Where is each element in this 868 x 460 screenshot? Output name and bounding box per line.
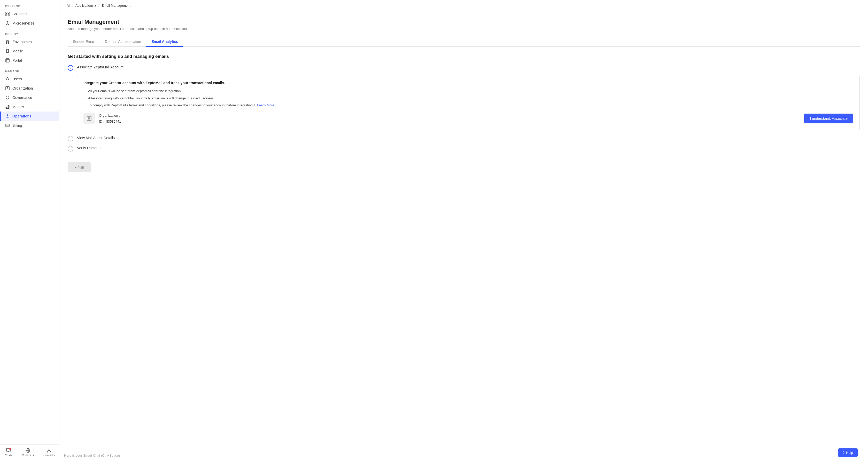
sidebar-item-label-solutions: Solutions bbox=[12, 12, 27, 16]
page-content-area: Email Management Add and manage your sen… bbox=[59, 11, 868, 460]
shield-icon bbox=[5, 95, 10, 100]
svg-rect-3 bbox=[8, 14, 9, 16]
org-row: Organization : ID : 83535441 I understan… bbox=[84, 112, 853, 125]
sidebar-item-label-organization: Organization bbox=[12, 86, 33, 90]
help-label: Help bbox=[846, 451, 853, 455]
org-building-icon bbox=[84, 113, 95, 124]
sidebar-section-label-deploy: DEPLOY bbox=[0, 28, 59, 37]
svg-point-9 bbox=[7, 77, 8, 79]
sidebar-item-governance[interactable]: Governance bbox=[0, 93, 59, 102]
sidebar-item-metrics[interactable]: Metrics bbox=[0, 102, 59, 111]
chevron-down-icon: ▾ bbox=[95, 4, 96, 7]
sidebar-item-label-microservices: Microservices bbox=[12, 21, 35, 25]
bottom-bar-chats-label: Chats bbox=[5, 454, 12, 457]
svg-point-5 bbox=[7, 23, 8, 24]
sidebar-section-label-develop: DEVELOP bbox=[0, 0, 59, 9]
svg-point-17 bbox=[48, 449, 50, 451]
sidebar-item-solutions[interactable]: Solutions bbox=[0, 9, 59, 19]
breadcrumb: All / Applications ▾ / Email Management bbox=[59, 0, 868, 11]
org-colon: : bbox=[119, 113, 120, 118]
sidebar-item-label-environments: Environments bbox=[12, 40, 35, 44]
step-mail-agent: View Mail Agent Details bbox=[68, 135, 860, 141]
step-label-mail-agent: View Mail Agent Details bbox=[77, 135, 115, 140]
step-label-associate: Associate ZeptoMail Account bbox=[77, 65, 123, 69]
sidebar-item-label-operations: Operations bbox=[12, 114, 32, 118]
user-icon bbox=[5, 77, 10, 81]
layers-icon bbox=[5, 39, 10, 44]
page-title: Email Management bbox=[68, 19, 860, 25]
sidebar-section-manage: MANAGE Users Organization bbox=[0, 65, 59, 130]
breadcrumb-all[interactable]: All bbox=[67, 4, 70, 7]
breadcrumb-sep-2: / bbox=[98, 4, 99, 7]
bottom-bar-chats[interactable]: Chats bbox=[2, 447, 15, 458]
step-associate: ✓ Associate ZeptoMail Account bbox=[68, 65, 860, 71]
breadcrumb-sep-1: / bbox=[72, 4, 73, 7]
main-content: All / Applications ▾ / Email Management … bbox=[59, 0, 868, 460]
sidebar-item-operations[interactable]: Operations bbox=[0, 111, 59, 121]
id-label: ID bbox=[99, 120, 102, 123]
svg-rect-2 bbox=[6, 14, 7, 16]
svg-rect-15 bbox=[6, 124, 9, 127]
bullet-2: After integrating with ZeptoMail, your d… bbox=[84, 96, 853, 101]
sidebar-item-portal[interactable]: Portal bbox=[0, 56, 59, 65]
portal-icon bbox=[5, 58, 10, 63]
smart-chat-bar[interactable]: Here is your Smart Chat (Ctrl+Space) bbox=[59, 451, 868, 460]
sidebar-section-develop: DEVELOP Solutions Microservices bbox=[0, 0, 59, 28]
sidebar-item-mobile[interactable]: Mobile bbox=[0, 46, 59, 56]
bottom-bar: Chats Channels Contacts bbox=[0, 444, 59, 460]
org-info: Organization : ID : 83535441 bbox=[84, 112, 121, 125]
tab-email-analytics[interactable]: Email Analytics bbox=[146, 37, 183, 47]
associate-button[interactable]: I understand, Associate bbox=[804, 113, 853, 123]
help-icon: ? bbox=[843, 451, 844, 455]
org-id-row: ID : 83535441 bbox=[99, 119, 121, 124]
tab-domain-authentication[interactable]: Domain Authentication bbox=[100, 37, 146, 47]
help-button[interactable]: ? Help bbox=[838, 449, 858, 457]
sidebar-item-label-portal: Portal bbox=[12, 58, 22, 63]
sidebar-item-label-metrics: Metrics bbox=[12, 105, 24, 109]
bottom-bar-contacts[interactable]: Contacts bbox=[41, 447, 57, 458]
bottom-bar-channels-label: Channels bbox=[22, 454, 34, 457]
sidebar-item-organization[interactable]: Organization bbox=[0, 84, 59, 93]
svg-point-14 bbox=[7, 116, 8, 117]
sidebar-item-label-mobile: Mobile bbox=[12, 49, 23, 53]
sidebar-item-label-billing: Billing bbox=[12, 123, 22, 128]
smart-chat-placeholder: Here is your Smart Chat (Ctrl+Space) bbox=[64, 454, 120, 457]
org-details: Organization : ID : 83535441 bbox=[99, 112, 121, 125]
sidebar: DEVELOP Solutions Microservices DEPLOY bbox=[0, 0, 59, 460]
sidebar-section-label-manage: MANAGE bbox=[0, 65, 59, 74]
sidebar-item-label-governance: Governance bbox=[12, 96, 32, 100]
step-circle-associate: ✓ bbox=[68, 65, 73, 71]
card-title: Integrate your Creator account with Zept… bbox=[84, 81, 853, 85]
sidebar-item-environments[interactable]: Environments bbox=[0, 37, 59, 46]
setup-heading: Get started with setting up and managing… bbox=[68, 54, 860, 59]
sidebar-item-users[interactable]: Users bbox=[0, 74, 59, 84]
bottom-bar-channels[interactable]: Channels bbox=[19, 447, 36, 458]
svg-point-7 bbox=[7, 52, 7, 53]
svg-rect-13 bbox=[8, 105, 9, 109]
tab-bar: Sender Email Domain Authentication Email… bbox=[68, 37, 860, 47]
org-name-row: Organization : bbox=[99, 112, 121, 119]
bullet-3: To comply with ZeptoMail's terms and con… bbox=[84, 103, 853, 108]
step-circle-verify-domains bbox=[68, 146, 73, 152]
id-colon: : bbox=[103, 120, 104, 123]
finish-button[interactable]: Finish bbox=[68, 162, 91, 172]
org-label: Organization bbox=[99, 113, 118, 118]
sidebar-item-label-users: Users bbox=[12, 77, 22, 81]
sidebar-item-microservices[interactable]: Microservices bbox=[0, 19, 59, 28]
sidebar-item-billing[interactable]: Billing bbox=[0, 121, 59, 130]
step-label-verify-domains: Verify Domains bbox=[77, 145, 101, 150]
svg-rect-8 bbox=[6, 59, 9, 62]
settings-circle-icon bbox=[5, 21, 10, 26]
step-verify-domains: Verify Domains bbox=[68, 145, 860, 152]
bullet-1: All your emails will be sent from ZeptoM… bbox=[84, 89, 853, 94]
tab-sender-email[interactable]: Sender Email bbox=[68, 37, 100, 47]
learn-more-link[interactable]: Learn More bbox=[257, 103, 274, 107]
breadcrumb-applications[interactable]: Applications ▾ bbox=[75, 4, 96, 7]
sidebar-section-deploy: DEPLOY Environments Mobile bbox=[0, 28, 59, 65]
org-icon bbox=[5, 86, 10, 91]
bar-chart-icon bbox=[5, 104, 10, 109]
checkmark-icon: ✓ bbox=[69, 66, 72, 70]
page-subtitle: Add and manage your sender email address… bbox=[68, 27, 860, 31]
svg-point-4 bbox=[6, 22, 9, 25]
id-value: 83535441 bbox=[106, 120, 121, 123]
